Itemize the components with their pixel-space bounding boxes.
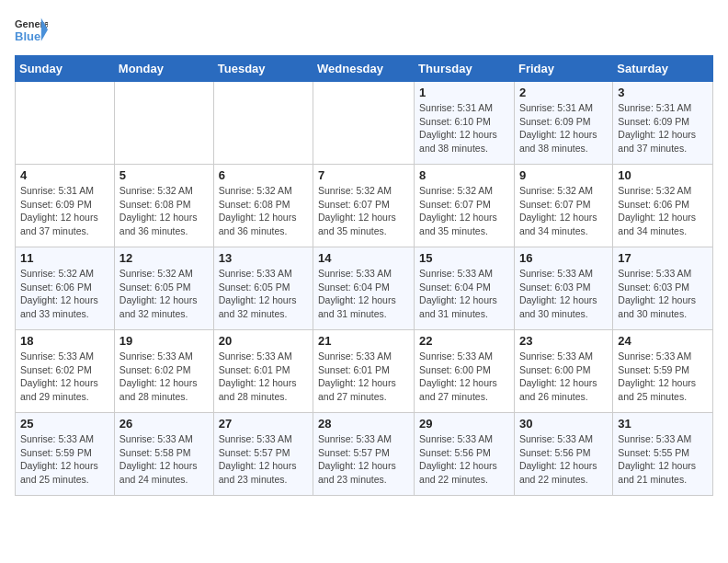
- day-detail: Sunrise: 5:32 AM Sunset: 6:07 PM Dayligh…: [419, 184, 509, 238]
- calendar-table: SundayMondayTuesdayWednesdayThursdayFrid…: [15, 55, 713, 496]
- day-detail: Sunrise: 5:33 AM Sunset: 6:02 PM Dayligh…: [119, 350, 209, 404]
- day-number: 15: [419, 251, 509, 265]
- day-detail: Sunrise: 5:33 AM Sunset: 6:03 PM Dayligh…: [519, 267, 608, 321]
- calendar-cell: 28Sunrise: 5:33 AM Sunset: 5:57 PM Dayli…: [313, 413, 415, 496]
- weekday-header-friday: Friday: [514, 56, 612, 82]
- day-number: 14: [318, 251, 409, 265]
- day-detail: Sunrise: 5:33 AM Sunset: 5:55 PM Dayligh…: [618, 432, 708, 487]
- calendar-cell: 3Sunrise: 5:31 AM Sunset: 6:09 PM Daylig…: [613, 82, 713, 165]
- weekday-header-wednesday: Wednesday: [313, 56, 415, 82]
- day-detail: Sunrise: 5:33 AM Sunset: 6:00 PM Dayligh…: [419, 350, 509, 404]
- logo-container: General Blue: [15, 15, 48, 48]
- day-number: 25: [20, 417, 109, 431]
- calendar-cell: 27Sunrise: 5:33 AM Sunset: 5:57 PM Dayli…: [213, 413, 313, 496]
- day-number: 26: [119, 417, 209, 431]
- day-detail: Sunrise: 5:32 AM Sunset: 6:08 PM Dayligh…: [119, 184, 209, 238]
- calendar-cell: 8Sunrise: 5:32 AM Sunset: 6:07 PM Daylig…: [415, 165, 515, 247]
- calendar-cell: 12Sunrise: 5:32 AM Sunset: 6:05 PM Dayli…: [114, 247, 213, 330]
- calendar-cell: 14Sunrise: 5:33 AM Sunset: 6:04 PM Dayli…: [313, 247, 415, 330]
- calendar-week-row: 11Sunrise: 5:32 AM Sunset: 6:06 PM Dayli…: [16, 247, 713, 330]
- day-number: 24: [618, 334, 708, 348]
- calendar-cell: 7Sunrise: 5:32 AM Sunset: 6:07 PM Daylig…: [313, 165, 415, 247]
- calendar-week-row: 18Sunrise: 5:33 AM Sunset: 6:02 PM Dayli…: [16, 330, 713, 413]
- calendar-cell: 5Sunrise: 5:32 AM Sunset: 6:08 PM Daylig…: [114, 165, 213, 247]
- day-detail: Sunrise: 5:31 AM Sunset: 6:09 PM Dayligh…: [618, 101, 708, 155]
- calendar-cell: 20Sunrise: 5:33 AM Sunset: 6:01 PM Dayli…: [213, 330, 313, 413]
- day-number: 28: [318, 417, 409, 431]
- day-detail: Sunrise: 5:33 AM Sunset: 6:03 PM Dayligh…: [618, 267, 708, 321]
- calendar-cell: 13Sunrise: 5:33 AM Sunset: 6:05 PM Dayli…: [213, 247, 313, 330]
- day-number: 29: [419, 417, 509, 431]
- day-number: 16: [519, 251, 608, 265]
- day-detail: Sunrise: 5:33 AM Sunset: 6:01 PM Dayligh…: [318, 350, 409, 404]
- day-detail: Sunrise: 5:31 AM Sunset: 6:09 PM Dayligh…: [20, 184, 109, 238]
- day-number: 19: [119, 334, 209, 348]
- day-detail: Sunrise: 5:32 AM Sunset: 6:07 PM Dayligh…: [318, 184, 409, 238]
- day-number: 6: [219, 168, 308, 182]
- day-number: 9: [519, 168, 608, 182]
- calendar-cell: 4Sunrise: 5:31 AM Sunset: 6:09 PM Daylig…: [16, 165, 115, 247]
- day-number: 10: [618, 168, 708, 182]
- day-number: 17: [618, 251, 708, 265]
- calendar-cell: 30Sunrise: 5:33 AM Sunset: 5:56 PM Dayli…: [514, 413, 612, 496]
- calendar-cell: 21Sunrise: 5:33 AM Sunset: 6:01 PM Dayli…: [313, 330, 415, 413]
- day-number: 22: [419, 334, 509, 348]
- calendar-cell: [313, 82, 415, 165]
- day-detail: Sunrise: 5:33 AM Sunset: 6:02 PM Dayligh…: [20, 350, 109, 404]
- calendar-cell: 25Sunrise: 5:33 AM Sunset: 5:59 PM Dayli…: [16, 413, 115, 496]
- calendar-cell: 17Sunrise: 5:33 AM Sunset: 6:03 PM Dayli…: [613, 247, 713, 330]
- day-detail: Sunrise: 5:33 AM Sunset: 5:58 PM Dayligh…: [119, 432, 209, 487]
- day-number: 4: [20, 168, 109, 182]
- day-detail: Sunrise: 5:33 AM Sunset: 5:56 PM Dayligh…: [519, 432, 608, 487]
- day-number: 8: [419, 168, 509, 182]
- weekday-header-monday: Monday: [114, 56, 213, 82]
- calendar-cell: 9Sunrise: 5:32 AM Sunset: 6:07 PM Daylig…: [514, 165, 612, 247]
- calendar-cell: [114, 82, 213, 165]
- day-detail: Sunrise: 5:32 AM Sunset: 6:06 PM Dayligh…: [618, 184, 708, 238]
- svg-text:Blue: Blue: [15, 29, 40, 43]
- calendar-cell: 26Sunrise: 5:33 AM Sunset: 5:58 PM Dayli…: [114, 413, 213, 496]
- day-number: 11: [20, 251, 109, 265]
- day-detail: Sunrise: 5:33 AM Sunset: 5:56 PM Dayligh…: [419, 432, 509, 487]
- day-detail: Sunrise: 5:33 AM Sunset: 5:59 PM Dayligh…: [20, 432, 109, 487]
- calendar-body: 1Sunrise: 5:31 AM Sunset: 6:10 PM Daylig…: [16, 82, 713, 496]
- calendar-cell: 31Sunrise: 5:33 AM Sunset: 5:55 PM Dayli…: [613, 413, 713, 496]
- day-detail: Sunrise: 5:32 AM Sunset: 6:07 PM Dayligh…: [519, 184, 608, 238]
- day-detail: Sunrise: 5:31 AM Sunset: 6:10 PM Dayligh…: [419, 101, 509, 155]
- weekday-header-sunday: Sunday: [16, 56, 115, 82]
- day-number: 3: [618, 86, 708, 99]
- calendar-cell: 23Sunrise: 5:33 AM Sunset: 6:00 PM Dayli…: [514, 330, 612, 413]
- logo-icon: General Blue: [15, 15, 48, 48]
- calendar-cell: 16Sunrise: 5:33 AM Sunset: 6:03 PM Dayli…: [514, 247, 612, 330]
- day-detail: Sunrise: 5:33 AM Sunset: 5:59 PM Dayligh…: [618, 350, 708, 404]
- calendar-week-row: 25Sunrise: 5:33 AM Sunset: 5:59 PM Dayli…: [16, 413, 713, 496]
- calendar-cell: 1Sunrise: 5:31 AM Sunset: 6:10 PM Daylig…: [415, 82, 515, 165]
- day-detail: Sunrise: 5:32 AM Sunset: 6:08 PM Dayligh…: [219, 184, 308, 238]
- calendar-week-row: 4Sunrise: 5:31 AM Sunset: 6:09 PM Daylig…: [16, 165, 713, 247]
- day-number: 18: [20, 334, 109, 348]
- weekday-header-thursday: Thursday: [415, 56, 515, 82]
- day-number: 30: [519, 417, 608, 431]
- calendar-cell: 29Sunrise: 5:33 AM Sunset: 5:56 PM Dayli…: [415, 413, 515, 496]
- day-detail: Sunrise: 5:31 AM Sunset: 6:09 PM Dayligh…: [519, 101, 608, 155]
- day-number: 31: [618, 417, 708, 431]
- day-number: 21: [318, 334, 409, 348]
- calendar-cell: 6Sunrise: 5:32 AM Sunset: 6:08 PM Daylig…: [213, 165, 313, 247]
- day-detail: Sunrise: 5:32 AM Sunset: 6:05 PM Dayligh…: [119, 267, 209, 321]
- day-detail: Sunrise: 5:33 AM Sunset: 6:00 PM Dayligh…: [519, 350, 608, 404]
- weekday-header-row: SundayMondayTuesdayWednesdayThursdayFrid…: [16, 56, 713, 82]
- day-number: 5: [119, 168, 209, 182]
- calendar-cell: 11Sunrise: 5:32 AM Sunset: 6:06 PM Dayli…: [16, 247, 115, 330]
- day-detail: Sunrise: 5:33 AM Sunset: 5:57 PM Dayligh…: [219, 432, 308, 487]
- weekday-header-saturday: Saturday: [613, 56, 713, 82]
- day-number: 27: [219, 417, 308, 431]
- calendar-cell: 22Sunrise: 5:33 AM Sunset: 6:00 PM Dayli…: [415, 330, 515, 413]
- day-detail: Sunrise: 5:32 AM Sunset: 6:06 PM Dayligh…: [20, 267, 109, 321]
- calendar-cell: [16, 82, 115, 165]
- day-detail: Sunrise: 5:33 AM Sunset: 6:05 PM Dayligh…: [219, 267, 308, 321]
- calendar-cell: 15Sunrise: 5:33 AM Sunset: 6:04 PM Dayli…: [415, 247, 515, 330]
- day-detail: Sunrise: 5:33 AM Sunset: 6:04 PM Dayligh…: [419, 267, 509, 321]
- calendar-week-row: 1Sunrise: 5:31 AM Sunset: 6:10 PM Daylig…: [16, 82, 713, 165]
- calendar-cell: [213, 82, 313, 165]
- day-number: 7: [318, 168, 409, 182]
